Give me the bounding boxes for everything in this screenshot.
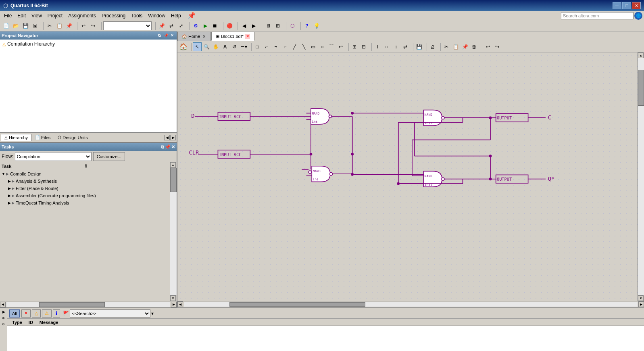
menu-project[interactable]: Project: [45, 12, 65, 19]
side-icon-2[interactable]: ⊕: [1, 315, 6, 321]
et-corner-button[interactable]: ⌐: [262, 42, 271, 51]
wire-button[interactable]: ⤢: [177, 21, 185, 30]
canvas-h-scroll-thumb[interactable]: [229, 302, 366, 307]
program-button[interactable]: 🔴: [225, 21, 234, 30]
schematic-canvas[interactable]: D INPUT VCC CLR INPUT VCC: [177, 52, 638, 301]
menu-assignments[interactable]: Assignments: [66, 12, 98, 19]
expand-compile-design[interactable]: ▼: [2, 172, 5, 176]
advisor-button[interactable]: 💡: [312, 21, 321, 30]
tab-hierarchy[interactable]: △ Hierarchy: [1, 134, 31, 141]
et-zoom-in-button[interactable]: 🔍: [202, 42, 211, 51]
msg-btn-info[interactable]: ⚠: [42, 309, 52, 318]
et-redo3-button[interactable]: ↪: [493, 42, 502, 51]
play-timequest[interactable]: ▶: [12, 201, 15, 205]
et-hand-button[interactable]: ✋: [211, 42, 220, 51]
tasks-pin-button[interactable]: 📌: [165, 144, 171, 150]
expand-timequest[interactable]: ▶: [8, 201, 11, 205]
et-flip-button[interactable]: ⇄: [401, 42, 410, 51]
globe-icon[interactable]: 🌐: [634, 12, 642, 20]
forward-button[interactable]: ▶: [249, 21, 258, 30]
et-grid-button[interactable]: ⊞: [350, 42, 359, 51]
menu-tools[interactable]: Tools: [129, 12, 145, 19]
float-button[interactable]: ⧉: [156, 33, 162, 38]
et-copy2-button[interactable]: 📋: [451, 42, 460, 51]
rtl-button[interactable]: ⬡: [288, 21, 297, 30]
et-home-button[interactable]: 🏠: [179, 42, 188, 51]
et-grid2-button[interactable]: ⊟: [359, 42, 368, 51]
et-paste2-button[interactable]: 📌: [461, 42, 469, 51]
help-button[interactable]: ?: [302, 21, 311, 30]
et-rect-button[interactable]: ▭: [308, 42, 317, 51]
tab-design-units[interactable]: ⬡ Design Units: [54, 134, 91, 141]
copy-button[interactable]: 📋: [55, 21, 64, 30]
nav-right-arrow[interactable]: ▶: [170, 135, 176, 140]
et-rotate-button[interactable]: ↺: [230, 42, 239, 51]
open-button[interactable]: 📂: [11, 21, 20, 30]
et-corner3-button[interactable]: ⌐: [281, 42, 290, 51]
et-text-button[interactable]: A: [221, 42, 229, 51]
canvas-h-scroll-right[interactable]: ▶: [638, 301, 644, 307]
close-nav-button[interactable]: ✕: [169, 33, 175, 38]
canvas-scroll-thumb-v[interactable]: [638, 70, 644, 105]
tasks-scroll-down[interactable]: ▼: [170, 295, 176, 301]
expand-fitter[interactable]: ▶: [8, 186, 11, 190]
start-button[interactable]: ▶: [201, 21, 210, 30]
save-button[interactable]: 💾: [21, 21, 30, 30]
message-search-select[interactable]: <<Search>>: [70, 309, 150, 318]
et-line-button[interactable]: ╱: [290, 42, 299, 51]
et-mirrorv-button[interactable]: ↕: [392, 42, 400, 51]
et-print-button[interactable]: 🖨: [428, 42, 437, 51]
undo-button[interactable]: ↩: [79, 21, 88, 30]
play-assembler[interactable]: ▶: [12, 194, 15, 198]
block1-tab-close[interactable]: ✕: [245, 34, 250, 39]
nav-left-arrow[interactable]: ◀: [164, 135, 170, 140]
et-cut2-button[interactable]: ✂: [442, 42, 451, 51]
tab-files[interactable]: 📄 Files: [31, 134, 54, 141]
tasks-close-button[interactable]: ✕: [171, 144, 175, 150]
tab-block1[interactable]: ▣ Block1.bdf* ✕: [211, 32, 254, 41]
msg-btn-error[interactable]: ✕: [21, 309, 31, 318]
cut-button[interactable]: ✂: [45, 21, 54, 30]
msg-btn-verbose[interactable]: ℹ: [53, 309, 60, 318]
customize-button[interactable]: Customize...: [93, 152, 125, 161]
compile-button[interactable]: ⚙: [191, 21, 200, 30]
home-tab-close[interactable]: ✕: [202, 34, 206, 39]
pin-planner-button[interactable]: ⊞: [273, 21, 282, 30]
menu-view[interactable]: View: [29, 12, 44, 19]
canvas-h-scroll-left[interactable]: ◀: [177, 301, 183, 307]
maximize-button[interactable]: □: [622, 2, 631, 9]
canvas-scroll-up[interactable]: ▲: [638, 52, 644, 58]
h-scroll-thumb[interactable]: [39, 302, 104, 307]
et-textsize-button[interactable]: T: [373, 42, 382, 51]
side-icon-1[interactable]: ▶: [1, 309, 6, 315]
expand-analysis[interactable]: ▶: [8, 179, 11, 183]
search-input[interactable]: [561, 12, 634, 19]
play-compile-design[interactable]: ▶: [6, 172, 9, 176]
et-undo2-button[interactable]: ↩: [336, 42, 345, 51]
menu-window[interactable]: Window: [146, 12, 168, 19]
play-analysis[interactable]: ▶: [12, 179, 15, 183]
menu-file[interactable]: File: [2, 12, 14, 19]
pin-button[interactable]: 📌: [157, 21, 166, 30]
h-scroll-right[interactable]: ▶: [171, 302, 177, 307]
hierarchy-dropdown[interactable]: [103, 21, 152, 30]
tasks-scroll-up[interactable]: ▲: [170, 162, 176, 168]
menu-edit[interactable]: Edit: [15, 12, 28, 19]
et-box-button[interactable]: □: [253, 42, 262, 51]
play-fitter[interactable]: ▶: [12, 186, 15, 190]
et-pointer-button[interactable]: ↖: [193, 42, 202, 51]
canvas-scroll-down[interactable]: ▼: [638, 295, 644, 301]
et-mirrorh-button[interactable]: ↔: [382, 42, 391, 51]
new-button[interactable]: 📄: [2, 21, 10, 30]
msg-btn-warning[interactable]: △: [32, 309, 41, 318]
save-all-button[interactable]: 🖫: [31, 21, 40, 30]
tasks-scroll-thumb[interactable]: [170, 168, 177, 192]
pin-nav-button[interactable]: 📌: [163, 33, 169, 38]
et-corner2-button[interactable]: ¬: [271, 42, 280, 51]
h-scroll-left[interactable]: ◀: [0, 302, 6, 307]
side-icon-3[interactable]: ⊖: [1, 321, 6, 327]
et-line2-button[interactable]: ╲: [299, 42, 308, 51]
et-arc-button[interactable]: ⌒: [327, 42, 336, 51]
back-button[interactable]: ◀: [240, 21, 248, 30]
expand-assembler[interactable]: ▶: [8, 194, 11, 198]
